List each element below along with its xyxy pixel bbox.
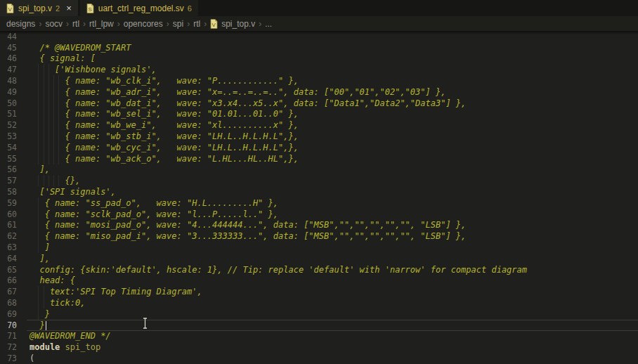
breadcrumb-item-rtl[interactable]: rtl <box>72 19 79 29</box>
tab-problems-badge: 6 <box>188 4 192 13</box>
code-row-52: 52 { name: "wb_we_i", wave: "xl.........… <box>0 119 638 131</box>
line-number[interactable]: 55 <box>0 154 17 164</box>
code-line[interactable]: } <box>30 320 46 330</box>
code-line[interactable]: ], <box>30 254 50 264</box>
breadcrumb: designs›socv›rtl›rtl_lpw›opencores›spi›r… <box>0 16 638 31</box>
code-line[interactable]: { name: "wb_adr_i", wave: "x=..=..=..=..… <box>30 87 445 97</box>
line-number[interactable]: 47 <box>0 65 17 74</box>
code-line[interactable]: ], <box>30 164 50 174</box>
code-row-44: 44 <box>0 31 638 42</box>
line-number[interactable]: 53 <box>0 131 17 141</box>
breadcrumb-item-...[interactable]: ... <box>265 19 272 29</box>
svg-text:V: V <box>212 22 216 28</box>
tab-spi_top.v[interactable]: Vspi_top.v2× <box>0 0 78 16</box>
line-number[interactable]: 44 <box>0 32 17 41</box>
code-line[interactable]: { name: "mosi_pad_o", wave: "4...444444.… <box>30 220 466 230</box>
code-row-71: 71@WAVEDROM_END */ <box>0 331 638 342</box>
close-icon[interactable]: × <box>66 4 72 13</box>
breadcrumb-item-spi_top.v[interactable]: spi_top.v <box>221 19 255 29</box>
code-rows: 4445 /* @WAVEDROM_START46 { signal: [47 … <box>0 31 638 364</box>
line-number[interactable]: 63 <box>0 242 17 252</box>
code-line[interactable]: config: {skin:'default', hscale: 1}, // … <box>30 265 527 275</box>
breadcrumb-item-designs[interactable]: designs <box>6 19 35 29</box>
code-line[interactable]: { name: "wb_clk_i", wave: "P............… <box>30 76 299 86</box>
code-line[interactable]: tick:0, <box>30 298 85 308</box>
code-row-66: 66 head: { <box>0 275 638 287</box>
verilog-file-icon: V <box>210 19 218 29</box>
line-number[interactable]: 52 <box>0 120 17 130</box>
code-row-53: 53 { name: "wb_stb_i", wave: "LH.L..H.L.… <box>0 131 638 142</box>
code-row-68: 68 tick:0, <box>0 297 638 308</box>
code-row-49: 49 { name: "wb_adr_i", wave: "x=..=..=..… <box>0 86 638 98</box>
breadcrumb-item-socv[interactable]: socv <box>45 19 63 29</box>
tab-uart_ctrl_reg_model.sv[interactable]: Suart_ctrl_reg_model.sv6 <box>80 0 198 16</box>
line-number[interactable]: 69 <box>0 309 17 319</box>
line-number[interactable]: 73 <box>0 353 17 363</box>
code-line[interactable]: /* @WAVEDROM_START <box>30 43 131 53</box>
code-line[interactable]: ] <box>30 242 50 252</box>
text-caret <box>46 321 47 330</box>
code-line[interactable]: ( <box>30 353 34 363</box>
line-number[interactable]: 70 <box>0 320 17 330</box>
code-line[interactable]: ['Wishbone signals', <box>30 65 157 74</box>
code-line[interactable]: { signal: [ <box>30 53 96 63</box>
code-line[interactable]: { name: "wb_we_i", wave: "xl..........x"… <box>30 120 299 130</box>
code-row-61: 61 { name: "mosi_pad_o", wave: "4...4444… <box>0 220 638 231</box>
chevron-right-icon: › <box>63 19 72 29</box>
line-number[interactable]: 67 <box>0 287 17 297</box>
code-line[interactable]: } <box>30 309 50 319</box>
line-number[interactable]: 45 <box>0 43 17 53</box>
chevron-right-icon: › <box>163 19 173 29</box>
code-line[interactable]: @WAVEDROM_END */ <box>30 331 111 341</box>
chevron-right-icon: › <box>200 19 210 29</box>
line-number[interactable]: 66 <box>0 275 17 285</box>
code-line[interactable]: ['SPI signals', <box>30 187 116 197</box>
line-number[interactable]: 49 <box>0 87 17 97</box>
code-line[interactable]: { name: "wb_cyc_i", wave: "LH.L..H.L.H.L… <box>30 143 299 152</box>
code-line[interactable]: { name: "sclk_pad_o", wave: "l...P.....l… <box>30 209 278 219</box>
breadcrumb-item-rtl[interactable]: rtl <box>193 19 200 29</box>
code-line[interactable]: { name: "miso_pad_i", wave: "3...333333.… <box>30 231 466 241</box>
line-number[interactable]: 57 <box>0 176 17 186</box>
code-line[interactable]: { name: "wb_sel_i", wave: "01.01...01..0… <box>30 109 299 119</box>
code-line[interactable]: {}, <box>30 176 80 186</box>
line-number[interactable]: 58 <box>0 187 17 197</box>
line-number[interactable]: 48 <box>0 76 17 86</box>
code-line[interactable]: head: { <box>30 275 75 285</box>
vscode-window: Vspi_top.v2×Suart_ctrl_reg_model.sv6 des… <box>0 0 638 364</box>
line-number[interactable]: 64 <box>0 254 17 264</box>
code-editor[interactable]: 4445 /* @WAVEDROM_START46 { signal: [47 … <box>0 31 638 364</box>
code-line[interactable]: { name: "wb_dat_i", wave: "x3.x4...x5..x… <box>30 98 466 108</box>
code-row-63: 63 ] <box>0 242 638 253</box>
line-number[interactable]: 71 <box>0 331 17 341</box>
line-number[interactable]: 60 <box>0 209 17 219</box>
code-row-56: 56 ], <box>0 164 638 176</box>
line-number[interactable]: 50 <box>0 98 17 108</box>
breadcrumb-item-opencores[interactable]: opencores <box>124 19 163 29</box>
line-number[interactable]: 72 <box>0 342 17 352</box>
code-line[interactable]: { name: "wb_stb_i", wave: "LH.L..H.L.H.L… <box>30 131 299 141</box>
line-number[interactable]: 61 <box>0 220 17 230</box>
line-number[interactable]: 68 <box>0 298 17 308</box>
chevron-right-icon: › <box>114 19 124 29</box>
code-line[interactable]: text:'SPI Top Timing Diagram', <box>30 287 202 297</box>
line-number[interactable]: 56 <box>0 164 17 174</box>
code-row-58: 58 ['SPI signals', <box>0 186 638 197</box>
line-number[interactable]: 46 <box>0 53 17 63</box>
svg-text:V: V <box>8 6 12 13</box>
breadcrumb-item-rtl_lpw[interactable]: rtl_lpw <box>89 19 114 29</box>
line-number[interactable]: 51 <box>0 109 17 119</box>
line-number[interactable]: 65 <box>0 265 17 275</box>
line-number[interactable]: 59 <box>0 198 17 208</box>
code-row-55: 55 { name: "wb_ack_o", wave: "L.HL...HL.… <box>0 153 638 164</box>
code-token-keyword: module <box>30 342 60 352</box>
verilog-file-icon: V <box>6 4 14 13</box>
code-line[interactable]: { name: "ss_pad_o", wave: "H.L.........H… <box>30 198 278 208</box>
code-row-70: 70 } <box>0 320 638 331</box>
line-number[interactable]: 54 <box>0 143 17 152</box>
breadcrumb-item-spi[interactable]: spi <box>173 19 183 29</box>
code-row-67: 67 text:'SPI Top Timing Diagram', <box>0 286 638 297</box>
line-number[interactable]: 62 <box>0 231 17 241</box>
code-line[interactable]: module spi_top <box>30 342 100 352</box>
code-line[interactable]: { name: "wb_ack_o", wave: "L.HL...HL..HL… <box>30 154 299 164</box>
